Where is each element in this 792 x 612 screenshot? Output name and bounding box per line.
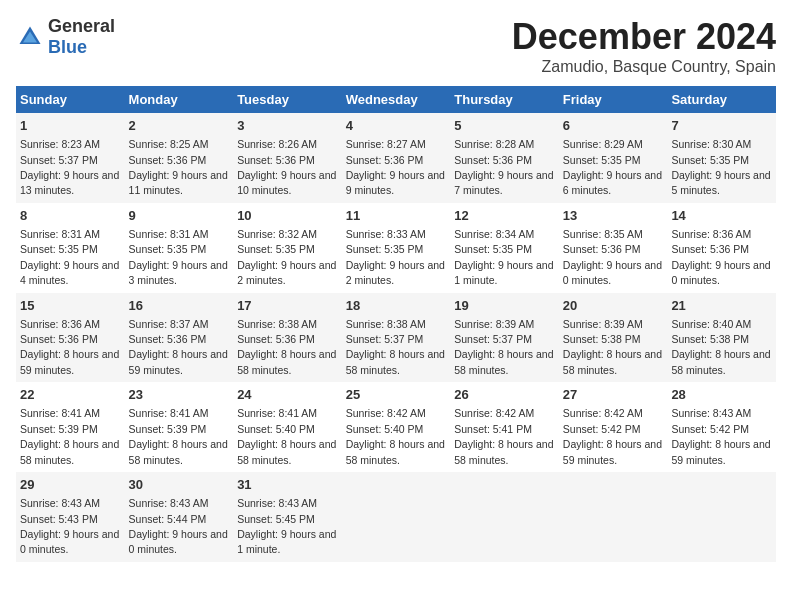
- logo-general-text: General: [48, 16, 115, 36]
- sunrise-text: Sunrise: 8:27 AM: [346, 138, 426, 150]
- day-cell: [667, 472, 776, 562]
- week-row-5: 29Sunrise: 8:43 AMSunset: 5:43 PMDayligh…: [16, 472, 776, 562]
- sunrise-text: Sunrise: 8:25 AM: [129, 138, 209, 150]
- logo: General Blue: [16, 16, 115, 58]
- sunset-text: Sunset: 5:37 PM: [20, 154, 98, 166]
- sunset-text: Sunset: 5:36 PM: [454, 154, 532, 166]
- sunrise-text: Sunrise: 8:37 AM: [129, 318, 209, 330]
- sunset-text: Sunset: 5:38 PM: [671, 333, 749, 345]
- daylight-text: Daylight: 8 hours and 58 minutes.: [454, 438, 553, 465]
- sunset-text: Sunset: 5:41 PM: [454, 423, 532, 435]
- day-number: 21: [671, 297, 772, 315]
- day-number: 5: [454, 117, 555, 135]
- day-number: 15: [20, 297, 121, 315]
- day-number: 7: [671, 117, 772, 135]
- daylight-text: Daylight: 9 hours and 3 minutes.: [129, 259, 228, 286]
- sunset-text: Sunset: 5:35 PM: [129, 243, 207, 255]
- daylight-text: Daylight: 8 hours and 58 minutes.: [346, 348, 445, 375]
- daylight-text: Daylight: 9 hours and 0 minutes.: [20, 528, 119, 555]
- page-header: General Blue December 2024 Zamudio, Basq…: [16, 16, 776, 76]
- sunset-text: Sunset: 5:40 PM: [346, 423, 424, 435]
- day-number: 23: [129, 386, 230, 404]
- calendar-table: SundayMondayTuesdayWednesdayThursdayFrid…: [16, 86, 776, 562]
- day-number: 9: [129, 207, 230, 225]
- day-number: 31: [237, 476, 338, 494]
- day-number: 20: [563, 297, 664, 315]
- title-area: December 2024 Zamudio, Basque Country, S…: [512, 16, 776, 76]
- daylight-text: Daylight: 9 hours and 2 minutes.: [346, 259, 445, 286]
- day-number: 10: [237, 207, 338, 225]
- sunset-text: Sunset: 5:37 PM: [346, 333, 424, 345]
- day-cell: 10Sunrise: 8:32 AMSunset: 5:35 PMDayligh…: [233, 203, 342, 293]
- day-cell: 11Sunrise: 8:33 AMSunset: 5:35 PMDayligh…: [342, 203, 451, 293]
- sunrise-text: Sunrise: 8:42 AM: [563, 407, 643, 419]
- day-cell: [450, 472, 559, 562]
- sunset-text: Sunset: 5:44 PM: [129, 513, 207, 525]
- day-cell: 6Sunrise: 8:29 AMSunset: 5:35 PMDaylight…: [559, 113, 668, 203]
- sunrise-text: Sunrise: 8:26 AM: [237, 138, 317, 150]
- sunrise-text: Sunrise: 8:31 AM: [20, 228, 100, 240]
- sunrise-text: Sunrise: 8:39 AM: [454, 318, 534, 330]
- day-cell: 12Sunrise: 8:34 AMSunset: 5:35 PMDayligh…: [450, 203, 559, 293]
- day-cell: 5Sunrise: 8:28 AMSunset: 5:36 PMDaylight…: [450, 113, 559, 203]
- day-number: 22: [20, 386, 121, 404]
- daylight-text: Daylight: 8 hours and 58 minutes.: [237, 438, 336, 465]
- day-cell: [559, 472, 668, 562]
- sunrise-text: Sunrise: 8:39 AM: [563, 318, 643, 330]
- sunrise-text: Sunrise: 8:41 AM: [237, 407, 317, 419]
- sunset-text: Sunset: 5:42 PM: [671, 423, 749, 435]
- col-header-friday: Friday: [559, 86, 668, 113]
- daylight-text: Daylight: 8 hours and 58 minutes.: [129, 438, 228, 465]
- daylight-text: Daylight: 9 hours and 10 minutes.: [237, 169, 336, 196]
- main-title: December 2024: [512, 16, 776, 58]
- daylight-text: Daylight: 8 hours and 58 minutes.: [346, 438, 445, 465]
- daylight-text: Daylight: 8 hours and 58 minutes.: [454, 348, 553, 375]
- sunrise-text: Sunrise: 8:30 AM: [671, 138, 751, 150]
- calendar-header-row: SundayMondayTuesdayWednesdayThursdayFrid…: [16, 86, 776, 113]
- day-number: 16: [129, 297, 230, 315]
- col-header-saturday: Saturday: [667, 86, 776, 113]
- day-cell: 23Sunrise: 8:41 AMSunset: 5:39 PMDayligh…: [125, 382, 234, 472]
- col-header-thursday: Thursday: [450, 86, 559, 113]
- sunset-text: Sunset: 5:36 PM: [671, 243, 749, 255]
- day-cell: 24Sunrise: 8:41 AMSunset: 5:40 PMDayligh…: [233, 382, 342, 472]
- day-cell: 2Sunrise: 8:25 AMSunset: 5:36 PMDaylight…: [125, 113, 234, 203]
- sunset-text: Sunset: 5:36 PM: [237, 333, 315, 345]
- sunrise-text: Sunrise: 8:38 AM: [237, 318, 317, 330]
- day-cell: 22Sunrise: 8:41 AMSunset: 5:39 PMDayligh…: [16, 382, 125, 472]
- day-cell: 8Sunrise: 8:31 AMSunset: 5:35 PMDaylight…: [16, 203, 125, 293]
- daylight-text: Daylight: 8 hours and 59 minutes.: [671, 438, 770, 465]
- daylight-text: Daylight: 9 hours and 7 minutes.: [454, 169, 553, 196]
- day-number: 24: [237, 386, 338, 404]
- sunset-text: Sunset: 5:35 PM: [454, 243, 532, 255]
- day-number: 29: [20, 476, 121, 494]
- week-row-2: 8Sunrise: 8:31 AMSunset: 5:35 PMDaylight…: [16, 203, 776, 293]
- day-cell: 9Sunrise: 8:31 AMSunset: 5:35 PMDaylight…: [125, 203, 234, 293]
- sunrise-text: Sunrise: 8:40 AM: [671, 318, 751, 330]
- day-number: 25: [346, 386, 447, 404]
- sunrise-text: Sunrise: 8:31 AM: [129, 228, 209, 240]
- daylight-text: Daylight: 8 hours and 59 minutes.: [20, 348, 119, 375]
- day-number: 28: [671, 386, 772, 404]
- sunset-text: Sunset: 5:35 PM: [671, 154, 749, 166]
- daylight-text: Daylight: 9 hours and 4 minutes.: [20, 259, 119, 286]
- day-cell: 26Sunrise: 8:42 AMSunset: 5:41 PMDayligh…: [450, 382, 559, 472]
- sunrise-text: Sunrise: 8:33 AM: [346, 228, 426, 240]
- sunrise-text: Sunrise: 8:43 AM: [129, 497, 209, 509]
- sunrise-text: Sunrise: 8:34 AM: [454, 228, 534, 240]
- day-cell: 18Sunrise: 8:38 AMSunset: 5:37 PMDayligh…: [342, 293, 451, 383]
- sunset-text: Sunset: 5:43 PM: [20, 513, 98, 525]
- day-number: 4: [346, 117, 447, 135]
- daylight-text: Daylight: 8 hours and 58 minutes.: [563, 348, 662, 375]
- sunrise-text: Sunrise: 8:42 AM: [454, 407, 534, 419]
- day-cell: 14Sunrise: 8:36 AMSunset: 5:36 PMDayligh…: [667, 203, 776, 293]
- day-cell: 19Sunrise: 8:39 AMSunset: 5:37 PMDayligh…: [450, 293, 559, 383]
- week-row-4: 22Sunrise: 8:41 AMSunset: 5:39 PMDayligh…: [16, 382, 776, 472]
- daylight-text: Daylight: 9 hours and 0 minutes.: [129, 528, 228, 555]
- sunrise-text: Sunrise: 8:41 AM: [129, 407, 209, 419]
- sunset-text: Sunset: 5:42 PM: [563, 423, 641, 435]
- sunset-text: Sunset: 5:36 PM: [346, 154, 424, 166]
- sunrise-text: Sunrise: 8:38 AM: [346, 318, 426, 330]
- daylight-text: Daylight: 8 hours and 59 minutes.: [563, 438, 662, 465]
- day-number: 2: [129, 117, 230, 135]
